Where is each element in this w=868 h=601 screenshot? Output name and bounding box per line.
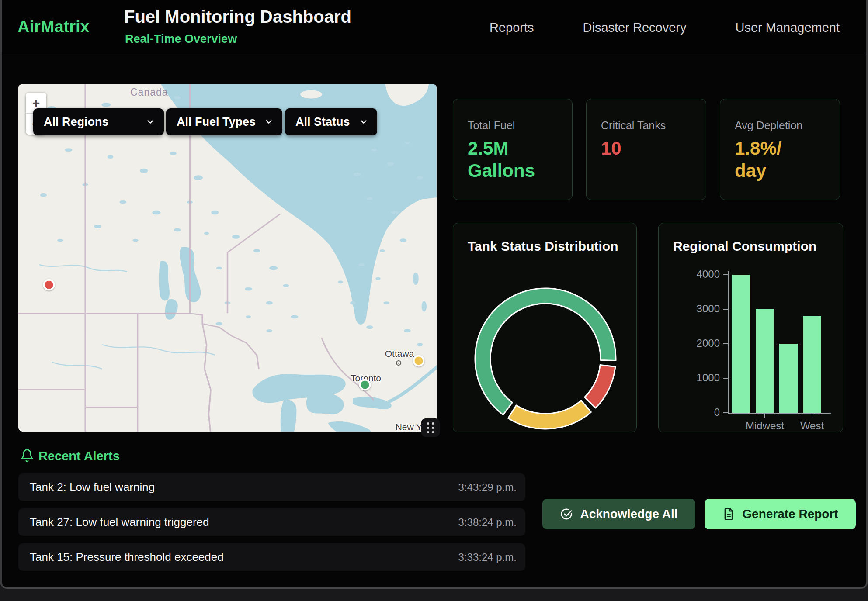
y-tick-mark xyxy=(723,309,728,310)
stat-label: Avg Depletion xyxy=(735,119,840,132)
stat-value: 1.8%/ day xyxy=(735,137,840,182)
town-dot-icon xyxy=(396,360,401,366)
main-nav: Reports Disaster Recovery User Managemen… xyxy=(490,0,840,55)
app-window: AirMatrix Fuel Monitoring Dashboard Real… xyxy=(0,0,868,589)
region-filter-value: All Regions xyxy=(44,115,109,129)
map-canvas[interactable]: Canada Ottawa Toronto New York xyxy=(18,84,437,432)
brand-logo: AirMatrix xyxy=(17,17,90,36)
generate-report-label: Generate Report xyxy=(742,507,838,521)
acknowledge-all-button[interactable]: Acknowledge All xyxy=(542,499,695,529)
y-tick-label: 1000 xyxy=(681,372,720,384)
recent-alerts-title: Recent Alerts xyxy=(38,449,120,463)
map-label-country: Canada xyxy=(130,86,218,98)
stat-label: Total Fuel xyxy=(468,119,572,132)
y-tick-label: 3000 xyxy=(681,303,720,315)
y-tick-mark xyxy=(723,412,728,413)
fuel-type-filter-dropdown[interactable]: All Fuel Types xyxy=(166,108,282,135)
bar-1 xyxy=(756,309,774,413)
tank-marker-warning[interactable] xyxy=(413,355,424,366)
tank-marker-critical[interactable] xyxy=(43,279,55,291)
tank-status-donut-chart xyxy=(471,284,620,433)
alert-message: Tank 2: Low fuel warning xyxy=(30,480,155,494)
x-tick-label: West xyxy=(777,420,847,432)
check-circle-icon xyxy=(560,508,573,521)
x-tick-mark xyxy=(812,414,812,418)
status-filter-value: All Status xyxy=(295,115,350,129)
page: AirMatrix Fuel Monitoring Dashboard Real… xyxy=(0,0,868,601)
bar-3 xyxy=(803,316,821,413)
status-filter-dropdown[interactable]: All Status xyxy=(285,108,377,135)
generate-report-button[interactable]: Generate Report xyxy=(705,499,856,529)
stat-card-total-fuel: Total Fuel 2.5M Gallons xyxy=(453,99,573,200)
regional-consumption-chart-card: Regional Consumption 01000200030004000Mi… xyxy=(658,223,843,432)
y-tick-label: 4000 xyxy=(681,268,720,280)
alert-time: 3:33:24 p.m. xyxy=(458,551,517,563)
nav-user-management[interactable]: User Management xyxy=(735,21,840,35)
tank-status-chart-card: Tank Status Distribution xyxy=(453,223,637,432)
chevron-down-icon xyxy=(146,117,155,127)
donut-slice-warning xyxy=(508,401,591,429)
alert-row: Tank 2: Low fuel warning 3:43:29 p.m. xyxy=(18,473,525,501)
page-subtitle: Real-Time Overview xyxy=(125,32,237,46)
alert-time: 3:43:29 p.m. xyxy=(458,481,517,494)
alert-message: Tank 15: Pressure threshold exceeded xyxy=(30,550,224,564)
acknowledge-all-label: Acknowledge All xyxy=(580,507,677,521)
map-panel: Canada Ottawa Toronto New York + − All R… xyxy=(18,84,437,432)
bar-2 xyxy=(779,344,798,413)
y-tick-mark xyxy=(723,343,728,344)
chevron-down-icon xyxy=(264,117,274,127)
y-tick-mark xyxy=(723,378,728,379)
region-filter-dropdown[interactable]: All Regions xyxy=(33,108,164,135)
nav-disaster-recovery[interactable]: Disaster Recovery xyxy=(583,21,687,35)
x-tick-mark xyxy=(764,414,765,418)
y-tick-label: 0 xyxy=(681,406,720,418)
stat-card-avg-depletion: Avg Depletion 1.8%/ day xyxy=(720,99,840,200)
x-axis-line xyxy=(728,413,831,414)
chart-title: Tank Status Distribution xyxy=(468,239,618,254)
map-label-ottawa: Ottawa xyxy=(385,349,414,359)
stat-label: Critical Tanks xyxy=(601,119,706,132)
page-title: Fuel Monitoring Dashboard xyxy=(124,7,351,27)
fuel-type-filter-value: All Fuel Types xyxy=(177,115,256,129)
header: AirMatrix Fuel Monitoring Dashboard Real… xyxy=(2,0,866,55)
regional-consumption-bar-chart: 01000200030004000MidwestWest xyxy=(659,223,843,432)
y-axis-line xyxy=(728,271,729,414)
bell-icon xyxy=(20,449,34,463)
stat-value: 2.5M Gallons xyxy=(468,137,572,182)
donut-slice-critical xyxy=(585,365,615,408)
stat-card-critical-tanks: Critical Tanks 10 xyxy=(586,99,706,200)
tank-marker-normal[interactable] xyxy=(359,379,371,390)
bar-0 xyxy=(732,275,750,413)
alert-message: Tank 27: Low fuel warning triggered xyxy=(30,515,209,529)
file-text-icon xyxy=(722,508,735,521)
alert-row: Tank 27: Low fuel warning triggered 3:38… xyxy=(18,508,525,536)
alert-row: Tank 15: Pressure threshold exceeded 3:3… xyxy=(18,543,525,571)
resize-grip-icon[interactable] xyxy=(421,418,440,437)
nav-reports[interactable]: Reports xyxy=(490,21,534,35)
alert-time: 3:38:24 p.m. xyxy=(458,516,517,528)
y-tick-label: 2000 xyxy=(681,337,720,349)
stat-value: 10 xyxy=(601,137,706,159)
chevron-down-icon xyxy=(359,117,368,127)
y-tick-mark xyxy=(723,274,728,275)
